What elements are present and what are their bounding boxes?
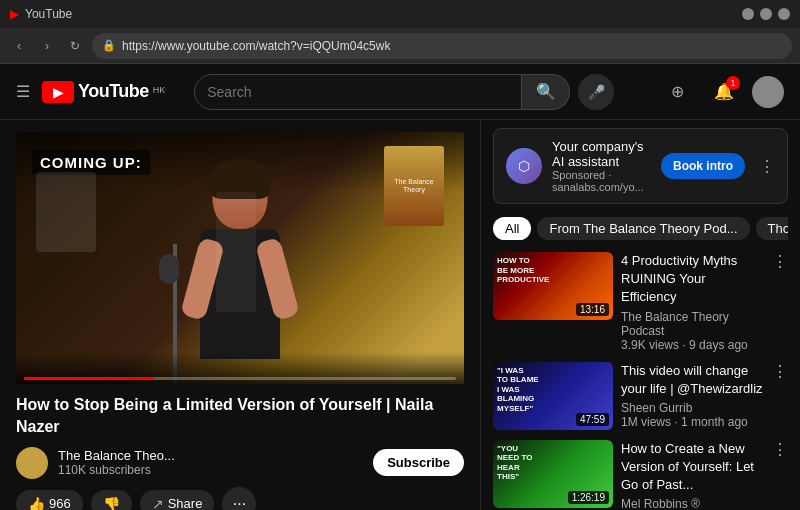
search-input-wrap[interactable] bbox=[194, 74, 522, 110]
window-title: YouTube bbox=[25, 7, 72, 21]
video-duration: 1:26:19 bbox=[568, 491, 609, 504]
search-input[interactable] bbox=[207, 84, 509, 100]
main-content: COMING UP: The Balance Theory bbox=[0, 120, 800, 510]
close-button[interactable] bbox=[778, 8, 790, 20]
yt-logo-text: YouTube bbox=[78, 81, 149, 102]
video-controls bbox=[16, 352, 464, 384]
search-button[interactable]: 🔍 bbox=[522, 74, 570, 110]
bg-element-1 bbox=[36, 172, 96, 252]
filter-row: All From The Balance Theory Pod... Thoug… bbox=[493, 214, 788, 242]
video-thumbnail: "YOUNEED TOHEARTHIS" 1:26:19 bbox=[493, 440, 613, 508]
browser-toolbar: ‹ › ↻ 🔒 https://www.youtube.com/watch?v=… bbox=[0, 28, 800, 64]
list-item[interactable]: "I WASTO BLAMEI WASBLAMINGMYSELF" 47:59 … bbox=[493, 362, 788, 430]
user-avatar[interactable] bbox=[752, 76, 784, 108]
url-text: https://www.youtube.com/watch?v=iQQUm04c… bbox=[122, 39, 390, 53]
share-button[interactable]: ↗ Share bbox=[140, 490, 215, 510]
mic-head bbox=[159, 254, 179, 284]
refresh-button[interactable]: ↻ bbox=[64, 35, 86, 57]
progress-fill bbox=[24, 377, 154, 380]
yt-region-label: HK bbox=[153, 85, 166, 95]
book-intro-button[interactable]: Book intro bbox=[661, 153, 745, 179]
subscribe-button[interactable]: Subscribe bbox=[373, 449, 464, 476]
video-info: 4 Productivity Myths RUINING Your Effici… bbox=[621, 252, 764, 352]
title-bar: ▶ YouTube bbox=[0, 0, 800, 28]
video-title: How to Stop Being a Limited Version of Y… bbox=[16, 394, 464, 439]
channel-row: The Balance Theo... 110K subscribers Sub… bbox=[16, 447, 464, 479]
lock-icon: 🔒 bbox=[102, 39, 116, 52]
channel-subscribers: 110K subscribers bbox=[58, 463, 363, 477]
video-duration: 47:59 bbox=[576, 413, 609, 426]
list-item[interactable]: HOW TOBE MOREPRODUCTIVE 13:16 4 Producti… bbox=[493, 252, 788, 352]
video-item-title: How to Create a New Version of Yourself:… bbox=[621, 440, 764, 495]
filter-chip-thought[interactable]: Thought... bbox=[756, 217, 788, 240]
youtube-header: ☰ ▶ YouTube HK 🔍 🎤 ⊕ 🔔 1 bbox=[0, 64, 800, 120]
ad-icon: ⬡ bbox=[506, 148, 542, 184]
video-item-meta: 1M views · 1 month ago bbox=[621, 415, 764, 429]
more-actions-button[interactable]: ··· bbox=[222, 487, 256, 510]
video-thumbnail: "I WASTO BLAMEI WASBLAMINGMYSELF" 47:59 bbox=[493, 362, 613, 430]
ad-title: Your company's AI assistant bbox=[552, 139, 651, 169]
video-item-title: 4 Productivity Myths RUINING Your Effici… bbox=[621, 252, 764, 307]
ad-card: ⬡ Your company's AI assistant Sponsored … bbox=[493, 128, 788, 204]
video-item-channel: Sheen Gurrib bbox=[621, 401, 764, 415]
thumbs-up-icon: 👍 bbox=[28, 496, 45, 510]
video-item-more-button[interactable]: ⋮ bbox=[772, 362, 788, 381]
channel-avatar[interactable] bbox=[16, 447, 48, 479]
video-background: COMING UP: The Balance Theory bbox=[16, 132, 464, 384]
hamburger-menu-button[interactable]: ☰ bbox=[16, 82, 30, 101]
dislike-button[interactable]: 👎 bbox=[91, 490, 132, 510]
video-thumbnail-inset: The Balance Theory bbox=[384, 146, 444, 226]
channel-name[interactable]: The Balance Theo... bbox=[58, 448, 363, 463]
video-player[interactable]: COMING UP: The Balance Theory bbox=[16, 132, 464, 384]
bg-element-2 bbox=[216, 192, 256, 312]
yt-logo-icon: ▶ bbox=[42, 81, 74, 103]
right-panel: ⬡ Your company's AI assistant Sponsored … bbox=[480, 120, 800, 510]
filter-chip-balance-theory[interactable]: From The Balance Theory Pod... bbox=[537, 217, 749, 240]
filter-chip-all[interactable]: All bbox=[493, 217, 531, 240]
search-bar: 🔍 🎤 bbox=[194, 74, 614, 110]
maximize-button[interactable] bbox=[760, 8, 772, 20]
ad-sponsored-label: Sponsored · sanalabs.com/yo... bbox=[552, 169, 651, 193]
video-item-more-button[interactable]: ⋮ bbox=[772, 440, 788, 459]
video-panel: COMING UP: The Balance Theory bbox=[0, 120, 480, 510]
video-item-meta: 3.9K views · 9 days ago bbox=[621, 338, 764, 352]
thumbs-down-icon: 👎 bbox=[103, 496, 120, 510]
progress-bar[interactable] bbox=[24, 377, 456, 380]
action-row: 👍 966 👎 ↗ Share ··· bbox=[16, 487, 464, 510]
video-item-channel: Mel Robbins ® bbox=[621, 497, 764, 510]
notification-badge: 1 bbox=[726, 76, 740, 90]
list-item[interactable]: "YOUNEED TOHEARTHIS" 1:26:19 How to Crea… bbox=[493, 440, 788, 510]
video-duration: 13:16 bbox=[576, 303, 609, 316]
channel-info: The Balance Theo... 110K subscribers bbox=[58, 448, 363, 477]
video-info: This video will change your life | @Thew… bbox=[621, 362, 764, 429]
forward-button[interactable]: › bbox=[36, 35, 58, 57]
back-button[interactable]: ‹ bbox=[8, 35, 30, 57]
app-favicon: ▶ bbox=[10, 7, 19, 21]
youtube-logo[interactable]: ▶ YouTube HK bbox=[42, 81, 165, 103]
video-thumbnail: HOW TOBE MOREPRODUCTIVE 13:16 bbox=[493, 252, 613, 320]
notifications-button[interactable]: 🔔 1 bbox=[706, 74, 742, 110]
like-button[interactable]: 👍 966 bbox=[16, 490, 83, 510]
ad-text: Your company's AI assistant Sponsored · … bbox=[552, 139, 651, 193]
minimize-button[interactable] bbox=[742, 8, 754, 20]
video-item-more-button[interactable]: ⋮ bbox=[772, 252, 788, 271]
address-bar[interactable]: 🔒 https://www.youtube.com/watch?v=iQQUm0… bbox=[92, 33, 792, 59]
video-item-title: This video will change your life | @Thew… bbox=[621, 362, 764, 398]
create-button[interactable]: ⊕ bbox=[660, 74, 696, 110]
video-item-channel: The Balance Theory Podcast bbox=[621, 310, 764, 338]
voice-search-button[interactable]: 🎤 bbox=[578, 74, 614, 110]
share-icon: ↗ bbox=[152, 496, 164, 510]
header-actions: ⊕ 🔔 1 bbox=[660, 74, 784, 110]
ad-more-button[interactable]: ⋮ bbox=[759, 157, 775, 176]
video-info: How to Create a New Version of Yourself:… bbox=[621, 440, 764, 510]
